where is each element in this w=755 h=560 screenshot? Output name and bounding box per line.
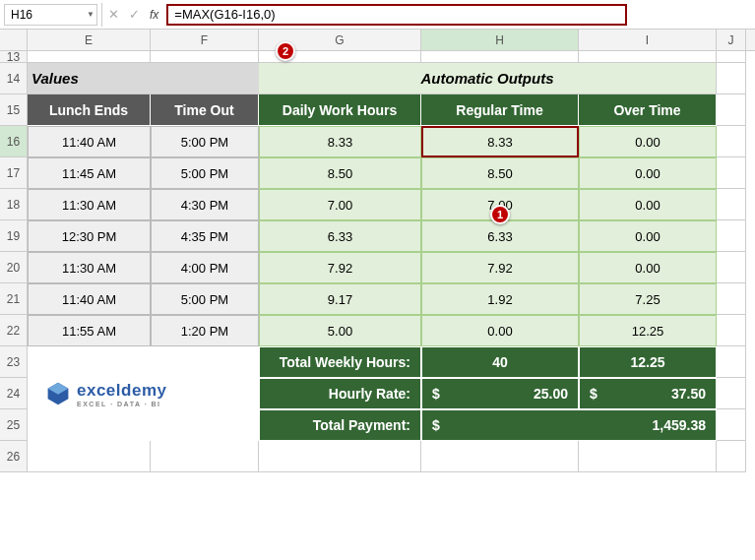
cell[interactable]	[717, 346, 746, 378]
cell-regular-selected[interactable]: 8.33	[421, 126, 579, 157]
row-header[interactable]: 24	[0, 378, 28, 409]
total-payment[interactable]: $1,459.38	[421, 409, 717, 441]
cell[interactable]	[717, 315, 746, 346]
section-values[interactable]: Values	[28, 63, 259, 94]
fx-icon[interactable]: fx	[150, 8, 158, 22]
total-weekly-ot[interactable]: 12.25	[579, 346, 717, 378]
row-header[interactable]: 19	[0, 220, 28, 252]
cell[interactable]	[151, 441, 259, 472]
dropdown-icon[interactable]: ▼	[87, 10, 94, 19]
cell-lunch[interactable]: 11:30 AM	[28, 189, 151, 220]
cell-lunch[interactable]: 11:40 AM	[28, 283, 151, 315]
cell-daily[interactable]: 7.00	[259, 189, 421, 220]
cell-regular[interactable]: 7.92	[421, 252, 579, 283]
cell[interactable]	[259, 441, 421, 472]
row-header[interactable]: 23	[0, 346, 28, 378]
hourly-rate-reg[interactable]: $25.00	[421, 378, 579, 409]
cell-regular[interactable]: 1.92	[421, 283, 579, 315]
total-weekly-label[interactable]: Total Weekly Hours:	[259, 346, 421, 378]
cell-ot[interactable]: 12.25	[579, 315, 717, 346]
cell[interactable]	[717, 51, 746, 63]
cell-lunch[interactable]: 11:55 AM	[28, 315, 151, 346]
row-header[interactable]: 16	[0, 126, 28, 157]
row-header[interactable]: 21	[0, 283, 28, 315]
header-time-out[interactable]: Time Out	[151, 94, 259, 126]
cell-out[interactable]: 5:00 PM	[151, 126, 259, 157]
header-lunch-ends[interactable]: Lunch Ends	[28, 94, 151, 126]
cell-lunch[interactable]: 11:45 AM	[28, 157, 151, 189]
cell-ot[interactable]: 0.00	[579, 220, 717, 252]
accept-icon[interactable]: ✓	[129, 7, 140, 22]
hourly-rate-label[interactable]: Hourly Rate:	[259, 378, 421, 409]
cell-ot[interactable]: 7.25	[579, 283, 717, 315]
total-weekly-reg[interactable]: 40	[421, 346, 579, 378]
cancel-icon[interactable]: ✕	[108, 7, 119, 22]
cell[interactable]	[28, 441, 151, 472]
cell-out[interactable]: 4:30 PM	[151, 189, 259, 220]
row-header[interactable]: 14	[0, 63, 28, 94]
cell-daily[interactable]: 8.50	[259, 157, 421, 189]
total-payment-label[interactable]: Total Payment:	[259, 409, 421, 441]
cell-daily[interactable]: 5.00	[259, 315, 421, 346]
row-header[interactable]: 13	[0, 51, 28, 63]
col-header-I[interactable]: I	[579, 30, 717, 50]
cell-daily[interactable]: 6.33	[259, 220, 421, 252]
cell-out[interactable]: 4:00 PM	[151, 252, 259, 283]
row-headers: 13 14 15 16 17 18 19 20 21 22 23 24 25 2…	[0, 51, 28, 472]
cell[interactable]	[717, 220, 746, 252]
row-header[interactable]: 22	[0, 315, 28, 346]
cell-daily[interactable]: 9.17	[259, 283, 421, 315]
header-regular-time[interactable]: Regular Time	[421, 94, 579, 126]
cell-daily[interactable]: 8.33	[259, 126, 421, 157]
cell-ot[interactable]: 0.00	[579, 252, 717, 283]
col-header-E[interactable]: E	[28, 30, 151, 50]
cell[interactable]	[151, 51, 259, 63]
cell[interactable]	[717, 283, 746, 315]
cell[interactable]	[421, 51, 579, 63]
hourly-rate-ot[interactable]: $37.50	[579, 378, 717, 409]
col-header-F[interactable]: F	[151, 30, 259, 50]
cell-ot[interactable]: 0.00	[579, 189, 717, 220]
cell[interactable]	[579, 51, 717, 63]
cell[interactable]	[717, 94, 746, 126]
cell[interactable]	[717, 252, 746, 283]
row-header[interactable]: 25	[0, 409, 28, 441]
cell[interactable]	[717, 378, 746, 409]
cell-regular[interactable]: 0.00	[421, 315, 579, 346]
cell-lunch[interactable]: 11:40 AM	[28, 126, 151, 157]
cell[interactable]	[717, 126, 746, 157]
select-all-corner[interactable]	[0, 30, 28, 50]
col-header-H[interactable]: H	[421, 30, 579, 50]
cell[interactable]	[579, 441, 717, 472]
header-over-time[interactable]: Over Time	[579, 94, 717, 126]
cell[interactable]	[717, 441, 746, 472]
cell-daily[interactable]: 7.92	[259, 252, 421, 283]
row-header[interactable]: 15	[0, 94, 28, 126]
cell-out[interactable]: 5:00 PM	[151, 283, 259, 315]
row-header[interactable]: 20	[0, 252, 28, 283]
col-header-J[interactable]: J	[717, 30, 746, 50]
cell[interactable]	[28, 51, 151, 63]
cell-lunch[interactable]: 11:30 AM	[28, 252, 151, 283]
cell-regular[interactable]: 8.50	[421, 157, 579, 189]
cell[interactable]	[717, 63, 746, 94]
section-auto[interactable]: Automatic Outputs	[259, 63, 717, 94]
cell[interactable]	[421, 441, 579, 472]
cell-ot[interactable]: 0.00	[579, 157, 717, 189]
cell-out[interactable]: 5:00 PM	[151, 157, 259, 189]
formula-input[interactable]: =MAX(G16-I16,0)	[166, 4, 627, 26]
cell-out[interactable]: 4:35 PM	[151, 220, 259, 252]
row-header[interactable]: 18	[0, 189, 28, 220]
column-headers: E F G H I J	[0, 30, 755, 51]
cell-regular[interactable]: 6.33	[421, 220, 579, 252]
cell[interactable]	[717, 157, 746, 189]
header-daily-hours[interactable]: Daily Work Hours	[259, 94, 421, 126]
cell[interactable]	[717, 189, 746, 220]
cell[interactable]	[717, 409, 746, 441]
cell-ot[interactable]: 0.00	[579, 126, 717, 157]
row-header[interactable]: 17	[0, 157, 28, 189]
row-header[interactable]: 26	[0, 441, 28, 472]
cell-out[interactable]: 1:20 PM	[151, 315, 259, 346]
cell-lunch[interactable]: 12:30 PM	[28, 220, 151, 252]
name-box[interactable]: H16 ▼	[4, 4, 97, 26]
